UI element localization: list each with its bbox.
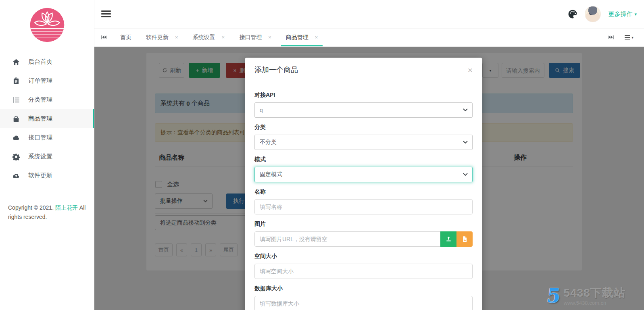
tab-system-settings[interactable]: 系统设置 × — [185, 29, 232, 46]
field-space-label: 空间大小 — [254, 253, 473, 260]
upload-image-button[interactable] — [440, 231, 456, 247]
tab-api-management[interactable]: 接口管理 × — [232, 29, 279, 46]
modal-title: 添加一个商品 — [254, 65, 298, 75]
cloud-upload-icon — [13, 172, 20, 179]
sidebar-item-label: 系统设置 — [28, 153, 52, 160]
more-actions-label: 更多操作 — [608, 10, 632, 18]
close-icon[interactable]: × — [175, 34, 178, 40]
modal-header: 添加一个商品 × — [245, 58, 482, 82]
field-api: 对接API q — [254, 92, 473, 118]
mode-select-value: 固定模式 — [260, 171, 282, 178]
open-tabs: 首页 软件更新 × 系统设置 × 接口管理 × 商品管理 × — [113, 29, 325, 46]
close-icon[interactable]: × — [268, 34, 271, 40]
tab-bar: 首页 软件更新 × 系统设置 × 接口管理 × 商品管理 × — [94, 28, 644, 46]
scroll-tabs-start-icon[interactable] — [94, 29, 113, 46]
sidebar: 后台首页 订单管理 分类管理 商品管理 接口管理 系统设置 — [0, 0, 94, 310]
field-image: 图片 — [254, 221, 473, 247]
copyright-text: Copyright © 2021. — [8, 204, 54, 211]
category-select-value: 不分类 — [260, 139, 277, 146]
tab-label: 首页 — [120, 34, 131, 41]
field-category: 分类 不分类 — [254, 124, 473, 150]
close-icon[interactable]: × — [222, 34, 225, 40]
database-size-input[interactable] — [254, 296, 473, 310]
field-image-label: 图片 — [254, 221, 473, 228]
tab-options-menu-icon[interactable]: ▾ — [625, 34, 634, 41]
field-space: 空间大小 — [254, 253, 473, 279]
tab-bar-right-controls: ▾ — [608, 29, 644, 46]
sidebar-item-products[interactable]: 商品管理 — [0, 109, 94, 128]
cloud-icon — [13, 134, 20, 141]
field-mode-label: 模式 — [254, 156, 473, 163]
scroll-tabs-end-icon[interactable] — [608, 34, 614, 40]
category-select[interactable]: 不分类 — [254, 135, 473, 150]
chevron-down-icon — [463, 141, 468, 144]
tab-product-management[interactable]: 商品管理 × — [279, 29, 325, 46]
brand-logo — [0, 0, 94, 45]
field-api-label: 对接API — [254, 92, 473, 99]
sidebar-item-label: 分类管理 — [28, 96, 52, 104]
sidebar-item-updates[interactable]: 软件更新 — [0, 166, 94, 185]
api-select-value: q — [260, 107, 263, 113]
bag-icon — [13, 115, 20, 123]
mode-select[interactable]: 固定模式 — [254, 167, 473, 182]
field-name: 名称 — [254, 188, 473, 214]
sidebar-item-api[interactable]: 接口管理 — [0, 128, 94, 147]
app-window: 后台首页 订单管理 分类管理 商品管理 接口管理 系统设置 — [0, 0, 644, 310]
tab-label: 商品管理 — [286, 34, 308, 41]
tab-home[interactable]: 首页 — [113, 29, 139, 46]
api-select[interactable]: q — [254, 102, 473, 118]
copyright: Copyright © 2021. 陌上花开 All rights reserv… — [0, 195, 94, 222]
close-icon[interactable]: × — [315, 34, 318, 40]
copyright-link[interactable]: 陌上花开 — [55, 204, 78, 211]
upload-icon — [445, 236, 452, 243]
tab-label: 系统设置 — [193, 34, 215, 41]
modal-body: 对接API q 分类 不分类 模式 固定模式 — [245, 82, 482, 310]
field-name-label: 名称 — [254, 188, 473, 196]
chevron-down-icon — [463, 173, 468, 176]
field-database-label: 数据库大小 — [254, 285, 473, 292]
header-actions: 更多操作 ▾ — [568, 0, 637, 28]
lotus-logo-icon — [29, 6, 66, 44]
chevron-down-icon — [463, 108, 468, 112]
field-category-label: 分类 — [254, 124, 473, 131]
more-actions-dropdown[interactable]: 更多操作 ▾ — [608, 10, 637, 18]
sidebar-item-label: 接口管理 — [28, 134, 52, 141]
hamburger-menu-icon[interactable] — [101, 10, 111, 19]
gear-icon — [13, 153, 20, 160]
top-header: 更多操作 ▾ — [94, 0, 644, 28]
close-icon[interactable]: × — [468, 66, 473, 74]
caret-down-icon: ▾ — [631, 35, 634, 40]
space-size-input[interactable] — [254, 264, 473, 279]
sidebar-item-orders[interactable]: 订单管理 — [0, 71, 94, 90]
clipboard-icon — [13, 77, 20, 85]
field-mode: 模式 固定模式 — [254, 156, 473, 182]
sidebar-item-label: 后台首页 — [28, 58, 52, 66]
image-library-button[interactable] — [456, 231, 473, 247]
sidebar-item-label: 软件更新 — [28, 172, 52, 179]
add-product-modal: 添加一个商品 × 对接API q 分类 不分类 模式 — [245, 58, 482, 310]
user-avatar[interactable] — [585, 6, 601, 22]
sidebar-item-dashboard[interactable]: 后台首页 — [0, 52, 94, 71]
tab-label: 软件更新 — [146, 34, 169, 41]
name-input[interactable] — [254, 199, 473, 214]
field-database: 数据库大小 — [254, 285, 473, 310]
theme-palette-icon[interactable] — [568, 9, 577, 19]
image-file-icon — [461, 236, 468, 243]
list-icon — [13, 96, 20, 104]
sidebar-item-label: 商品管理 — [28, 115, 52, 123]
sidebar-menu: 后台首页 订单管理 分类管理 商品管理 接口管理 系统设置 — [0, 52, 94, 185]
sidebar-item-settings[interactable]: 系统设置 — [0, 147, 94, 166]
sidebar-item-categories[interactable]: 分类管理 — [0, 90, 94, 109]
image-url-input[interactable] — [254, 231, 440, 247]
caret-down-icon: ▾ — [634, 12, 637, 17]
tab-software-update[interactable]: 软件更新 × — [139, 29, 185, 46]
sidebar-item-label: 订单管理 — [28, 77, 52, 85]
tab-label: 接口管理 — [239, 34, 262, 41]
home-icon — [13, 58, 20, 66]
